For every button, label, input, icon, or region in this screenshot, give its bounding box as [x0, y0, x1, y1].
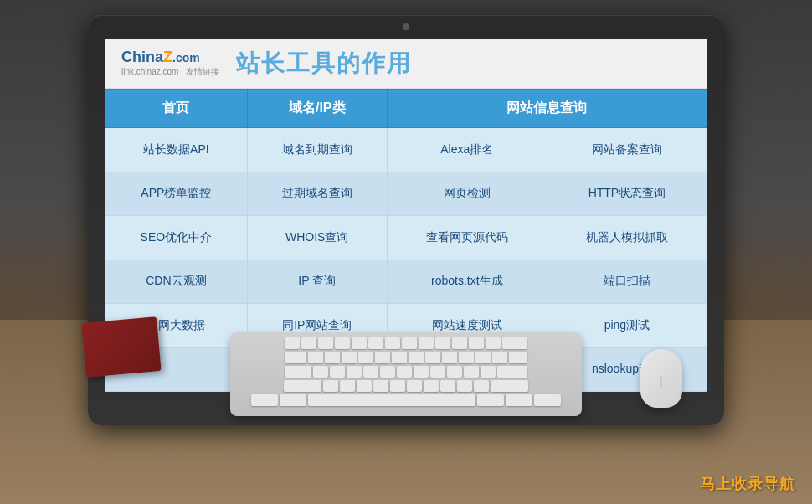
table-cell: IP 查询: [247, 260, 387, 304]
key: [424, 380, 439, 392]
key: [474, 380, 489, 392]
key-spacebar: [308, 394, 475, 406]
table-row: SEO优化中介WHOIS查询查看网页源代码机器人模拟抓取: [105, 216, 707, 260]
key: [409, 352, 424, 363]
table-cell: HTTP状态查询: [547, 172, 707, 216]
key: [506, 394, 532, 406]
table-cell: 端口扫描: [547, 260, 707, 304]
table-cell: SEO优化中介: [105, 216, 248, 260]
key: [414, 366, 429, 378]
key: [447, 366, 462, 378]
key: [284, 380, 321, 392]
logo-area: ChinaZ.com link.chinaz.com | 友情链接: [121, 49, 219, 78]
key: [280, 394, 306, 406]
mouse-divider: [661, 376, 662, 388]
keyboard: [230, 332, 582, 416]
key: [390, 380, 405, 392]
key: [251, 394, 278, 406]
key: [323, 380, 338, 392]
key: [469, 337, 484, 349]
key: [397, 366, 412, 378]
key: [352, 337, 367, 349]
key: [318, 337, 333, 349]
key: [534, 394, 561, 406]
screen-header: ChinaZ.com link.chinaz.com | 友情链接 站长工具的作…: [105, 39, 707, 89]
table-cell: WHOIS查询: [247, 216, 387, 260]
table-cell: 网页检测: [387, 172, 547, 216]
key: [368, 337, 383, 349]
table-cell: CDN云观测: [105, 260, 248, 304]
key: [392, 352, 407, 363]
col-header-domain: 域名/IP类: [247, 90, 387, 128]
table-row: 站长数据API域名到期查询Alexa排名网站备案查询: [105, 128, 707, 172]
key: [435, 337, 450, 349]
table-cell: APP榜单监控: [105, 172, 248, 216]
logo-com: .com: [172, 51, 200, 64]
watermark: 马上收录导航: [700, 474, 795, 494]
key: [347, 366, 362, 378]
key: [464, 366, 479, 378]
keyboard-keys: [230, 332, 582, 411]
key: [340, 380, 355, 392]
key: [285, 352, 306, 363]
key: [335, 337, 350, 349]
col-header-siteinfo: 网站信息查询: [387, 90, 707, 128]
key: [502, 337, 527, 349]
mouse: [640, 349, 682, 408]
key: [509, 352, 527, 363]
key: [430, 366, 445, 378]
table-cell: 站长数据API: [105, 128, 248, 172]
table-cell: 查看网页源代码: [387, 216, 547, 260]
desk-book: [81, 316, 161, 378]
key: [440, 380, 455, 392]
key: [325, 352, 340, 363]
key: [475, 352, 491, 363]
page-title: 站长工具的作用: [236, 48, 412, 80]
key: [419, 337, 434, 349]
key: [459, 352, 474, 363]
logo-text: ChinaZ.com: [121, 49, 219, 66]
key-row-4: [235, 380, 577, 392]
key: [491, 380, 528, 392]
key: [425, 352, 440, 363]
key: [385, 337, 400, 349]
col-header-homepage: 首页: [105, 90, 248, 128]
key: [313, 366, 328, 378]
key: [457, 380, 472, 392]
key: [363, 366, 378, 378]
key: [308, 352, 323, 363]
logo-china: China: [121, 49, 163, 65]
key: [477, 394, 504, 406]
key: [373, 380, 388, 392]
table-row: APP榜单监控过期域名查询网页检测HTTP状态查询: [105, 172, 707, 216]
table-cell: 过期域名查询: [247, 172, 387, 216]
key: [481, 366, 496, 378]
key: [442, 352, 457, 363]
logo-subtitle: link.chinaz.com | 友情链接: [121, 66, 219, 78]
key-row-2: [235, 352, 577, 363]
table-cell: robots.txt生成: [387, 260, 547, 304]
table-cell: 网站备案查询: [547, 128, 707, 172]
key: [285, 366, 311, 378]
key: [342, 352, 357, 363]
key: [492, 352, 507, 363]
key: [407, 380, 422, 392]
key: [358, 352, 373, 363]
key: [497, 366, 527, 378]
key: [380, 366, 395, 378]
key: [357, 380, 372, 392]
key: [330, 366, 345, 378]
key-row-3: [235, 366, 577, 378]
key: [301, 337, 316, 349]
key: [402, 337, 417, 349]
key: [375, 352, 390, 363]
key: [452, 337, 467, 349]
table-cell: 机器人模拟抓取: [547, 216, 707, 260]
key-row-5: [235, 394, 577, 406]
monitor-camera: [403, 23, 409, 30]
table-cell: 域名到期查询: [247, 128, 387, 172]
key: [486, 337, 501, 349]
table-cell: Alexa排名: [387, 128, 547, 172]
table-row: CDN云观测IP 查询robots.txt生成端口扫描: [105, 260, 707, 304]
key-row-1: [235, 337, 577, 349]
